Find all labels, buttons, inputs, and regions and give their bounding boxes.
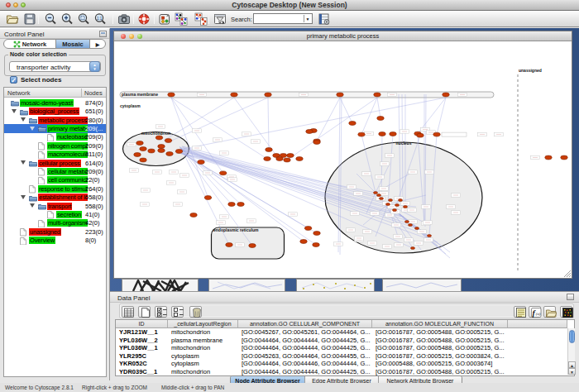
network-node[interactable]: [287, 154, 294, 158]
network-node[interactable]: [374, 93, 380, 97]
network-node[interactable]: [398, 199, 402, 202]
table-cell[interactable]: cytoplasm: [168, 360, 238, 368]
table-cell[interactable]: [GO:0045267, GO:0045261, GO:0044464, G..…: [238, 328, 372, 337]
table-cell[interactable]: plasma membrane: [168, 337, 238, 345]
network-node[interactable]: [427, 235, 431, 237]
search-input[interactable]: [254, 19, 302, 28]
network-node[interactable]: [284, 158, 290, 162]
tab-network[interactable]: Network: [4, 40, 55, 48]
table-cell[interactable]: [GO:0044464, GO:0044444, GO:0044425, G..…: [238, 368, 372, 376]
network-edge[interactable]: [268, 98, 269, 150]
network-node[interactable]: [417, 133, 423, 137]
network-node[interactable]: [134, 153, 141, 157]
scroll-down-button[interactable]: ▼: [568, 368, 576, 375]
create-attribute-button[interactable]: [138, 306, 151, 318]
tree-row-unassigned[interactable]: unassigned223(0): [4, 227, 106, 236]
table-cell[interactable]: [GO:0044464, GO:0044446, GO:0044444, G..…: [238, 360, 372, 368]
network-node[interactable]: [264, 157, 270, 161]
network-node[interactable]: [296, 157, 303, 161]
network-node[interactable]: [140, 158, 146, 162]
frame-zoom-button[interactable]: [137, 34, 142, 39]
network-node[interactable]: [300, 240, 307, 244]
open-file-button[interactable]: [6, 12, 19, 26]
network-node[interactable]: [166, 152, 173, 156]
network-node[interactable]: [158, 149, 165, 153]
network-node[interactable]: [198, 160, 204, 165]
zoom-selected-button[interactable]: [77, 12, 90, 26]
network-node[interactable]: [168, 93, 175, 97]
network-node[interactable]: [306, 130, 313, 134]
network-node[interactable]: [410, 247, 414, 250]
network-edge[interactable]: [317, 98, 340, 141]
table-cell[interactable]: [GO:0016787, GO:0005488, GO:0005215, G..…: [372, 337, 508, 345]
table-cell[interactable]: cytoplasm: [168, 352, 238, 361]
resize-grip[interactable]: [569, 275, 571, 277]
table-cell[interactable]: YPL036W__2: [116, 337, 168, 345]
table-cell[interactable]: [GO:0016787, GO:0005488, GO:0005215, G..…: [372, 344, 508, 352]
network-node[interactable]: [443, 93, 449, 97]
tree-row-transport[interactable]: transport558(0): [4, 202, 106, 210]
tree-row-cellular-metabo[interactable]: cellular metabo209(0): [4, 167, 106, 175]
network-node[interactable]: [358, 132, 365, 136]
network-node[interactable]: [175, 150, 182, 154]
tree-row-metabolic-process[interactable]: metabolic process280(0): [4, 116, 106, 124]
network-node[interactable]: [377, 117, 384, 121]
background-window-2[interactable]: [208, 279, 285, 291]
network-node[interactable]: [249, 244, 256, 248]
expand-arrow-icon[interactable]: [21, 117, 26, 122]
network-node[interactable]: [545, 155, 552, 160]
formula-builder-button[interactable]: f(x): [529, 306, 541, 318]
network-node[interactable]: [404, 221, 409, 223]
destroy-network-view-button[interactable]: [194, 12, 208, 26]
search-dropdown-arrow-icon[interactable]: ▼: [304, 15, 311, 22]
network-node[interactable]: [304, 227, 311, 231]
select-attributes-button[interactable]: [155, 306, 167, 318]
table-column-header-ID[interactable]: ID: [116, 320, 168, 328]
duplicate-network-view-button[interactable]: [175, 12, 188, 26]
zoom-window-button[interactable]: [21, 2, 26, 7]
expand-arrow-icon[interactable]: [21, 195, 26, 199]
network-node[interactable]: [414, 227, 419, 230]
table-cell[interactable]: YLR295C: [116, 352, 168, 361]
network-node[interactable]: [140, 147, 146, 151]
network-node[interactable]: [165, 139, 171, 143]
nucleus-region[interactable]: [325, 142, 482, 253]
network-view-titlebar[interactable]: primary metabolic process: [114, 31, 572, 41]
zoom-fit-button[interactable]: 1:1: [93, 12, 107, 26]
network-node[interactable]: [395, 204, 399, 207]
table-cell[interactable]: [GO:0044464, GO:0044444, GO:0044425, G..…: [238, 337, 372, 345]
network-node[interactable]: [156, 136, 162, 140]
tree-row-cellular-process[interactable]: cellular process614(0): [4, 159, 106, 167]
expand-arrow-icon[interactable]: [12, 109, 17, 113]
network-node[interactable]: [204, 196, 211, 200]
network-node[interactable]: [376, 194, 380, 197]
network-node[interactable]: [237, 203, 244, 207]
table-cell[interactable]: [GO:0016787, GO:0005488, GO:0005215, G..…: [372, 368, 508, 376]
expand-arrow-icon[interactable]: [30, 127, 35, 131]
tab-mosaic[interactable]: Mosaic: [55, 40, 90, 48]
table-cell[interactable]: [GO:0005488, GO:0005215, GO:0003674]: [372, 360, 508, 368]
table-cell[interactable]: mitochondrion: [168, 368, 238, 376]
network-node[interactable]: [313, 141, 320, 145]
node-color-combobox[interactable]: transporter activity ▲▼: [9, 61, 101, 72]
help-button[interactable]: [137, 12, 151, 26]
table-cell[interactable]: YPL036W__1: [116, 344, 168, 352]
node-label[interactable]: [442, 132, 467, 136]
network-node[interactable]: [276, 157, 283, 161]
zoom-in-button[interactable]: [60, 12, 74, 26]
tree-row-macromolecule[interactable]: macromolecule311(0): [4, 150, 106, 158]
table-cell[interactable]: [GO:0016787, GO:0005488, GO:0005215, G..…: [372, 328, 508, 337]
network-node[interactable]: [231, 93, 237, 97]
zoom-out-button[interactable]: [44, 12, 57, 26]
scroll-up-button[interactable]: ▲: [568, 361, 576, 368]
network-node[interactable]: [313, 232, 320, 236]
table-cell[interactable]: mitochondrion: [168, 344, 238, 352]
background-window-3[interactable]: [296, 279, 375, 291]
unselect-attributes-button[interactable]: [171, 306, 184, 318]
delete-attribute-button[interactable]: [189, 306, 202, 318]
tree-row-secretion[interactable]: secretion41(0): [4, 210, 106, 218]
control-panel-float-icon[interactable]: [99, 31, 107, 37]
network-node[interactable]: [408, 224, 412, 227]
network-edge[interactable]: [377, 98, 380, 118]
network-node[interactable]: [379, 132, 385, 136]
